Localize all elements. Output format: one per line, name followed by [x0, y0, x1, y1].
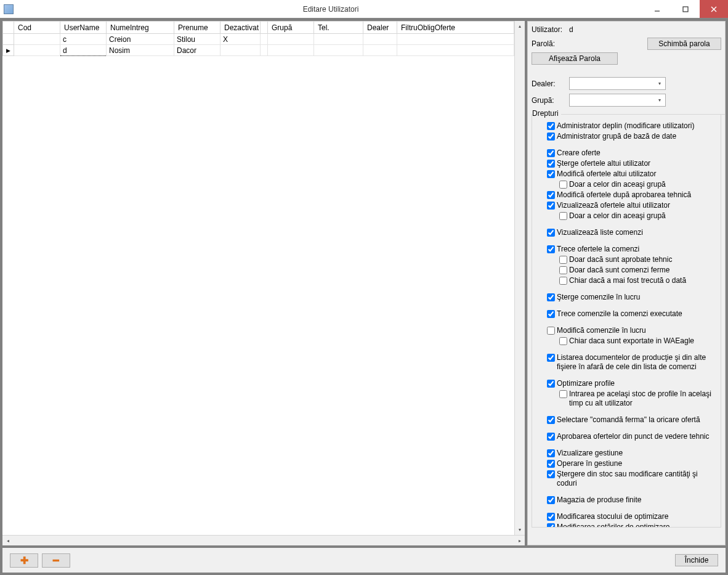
table-cell[interactable] — [363, 45, 397, 56]
permission-checkbox[interactable]: Şterge comenzile în lucru — [547, 293, 718, 302]
table-cell[interactable] — [314, 34, 363, 45]
table-cell[interactable] — [268, 34, 314, 45]
column-header[interactable]: Grupă — [268, 22, 314, 34]
permission-checkbox[interactable]: Administrator deplin (modificare utiliza… — [547, 121, 718, 131]
checkbox-input[interactable] — [547, 416, 555, 424]
checkbox-input[interactable] — [547, 496, 555, 504]
table-cell[interactable] — [268, 45, 314, 56]
permission-checkbox[interactable]: Aprobarea ofertelor din punct de vedere … — [547, 432, 718, 441]
table-cell[interactable]: X — [220, 34, 261, 45]
permission-checkbox[interactable]: Intrarea pe acelaşi stoc de profile în a… — [559, 389, 718, 408]
permission-checkbox[interactable]: Modificarea stocului de optimizare — [547, 512, 718, 521]
checkbox-input[interactable] — [547, 293, 555, 301]
table-cell[interactable] — [397, 45, 514, 56]
permission-checkbox[interactable]: Trece ofertele la comenzi — [547, 245, 718, 254]
checkbox-input[interactable] — [559, 256, 567, 264]
permission-checkbox[interactable]: Chiar daca sunt exportate in WAEagle — [559, 336, 718, 346]
minimize-button[interactable] — [643, 0, 671, 18]
table-row[interactable]: ▶dNosimDacor — [3, 45, 514, 56]
checkbox-input[interactable] — [559, 390, 567, 398]
table-cell[interactable]: Nosim — [107, 45, 174, 56]
permission-checkbox[interactable]: Selectare "comandă ferma" la oricare ofe… — [547, 415, 718, 425]
checkbox-input[interactable] — [547, 460, 555, 468]
table-cell[interactable]: Creion — [107, 34, 174, 45]
checkbox-input[interactable] — [547, 310, 555, 318]
checkbox-input[interactable] — [547, 170, 555, 178]
show-password-button[interactable]: Afişează Parola — [532, 52, 618, 65]
checkbox-input[interactable] — [547, 523, 555, 527]
dealer-combo[interactable]: ▾ — [569, 77, 666, 90]
permission-checkbox[interactable]: Ştergere din stoc sau modificare cantită… — [547, 470, 718, 488]
table-cell[interactable] — [14, 45, 60, 56]
permission-checkbox[interactable]: Şterge ofertele altui utilizator — [547, 159, 718, 168]
table-cell[interactable] — [14, 34, 60, 45]
permission-checkbox[interactable]: Doar dacă sunt comenzi ferme — [559, 266, 718, 275]
column-header[interactable]: Cod — [14, 22, 60, 34]
permission-checkbox[interactable]: Doar a celor din aceaşi grupă — [559, 180, 718, 189]
checkbox-input[interactable] — [547, 380, 555, 388]
checkbox-input[interactable] — [559, 181, 567, 189]
permission-checkbox[interactable]: Listarea documentelor de producţie şi di… — [547, 353, 718, 372]
permission-checkbox[interactable]: Vizualizează liste comenzi — [547, 228, 718, 237]
table-cell[interactable] — [397, 34, 514, 45]
checkbox-input[interactable] — [547, 133, 555, 141]
column-header[interactable]: Tel. — [314, 22, 363, 34]
checkbox-input[interactable] — [547, 160, 555, 168]
scroll-up-icon[interactable]: ▴ — [515, 21, 525, 31]
checkbox-input[interactable] — [547, 433, 555, 441]
permission-checkbox[interactable]: Doar a celor din aceaşi grupă — [559, 211, 718, 221]
checkbox-input[interactable] — [559, 337, 567, 345]
permission-checkbox[interactable]: Vizualizare gestiune — [547, 449, 718, 458]
table-cell[interactable] — [314, 45, 363, 56]
permission-checkbox[interactable]: Modifică ofertele după aprobarea tehnică — [547, 190, 718, 200]
scroll-right-icon[interactable]: ▸ — [514, 536, 525, 545]
checkbox-input[interactable] — [547, 449, 555, 457]
checkbox-input[interactable] — [547, 354, 555, 362]
permission-checkbox[interactable]: Modifică comenzile în lucru — [547, 326, 718, 335]
permission-checkbox[interactable]: Administrator grupă de bază de date — [547, 132, 718, 141]
column-header[interactable]: Prenume — [174, 22, 220, 34]
column-header[interactable]: Dezactivat — [220, 22, 261, 34]
maximize-button[interactable] — [671, 0, 700, 18]
permission-checkbox[interactable]: Modifică ofertele altui utilizator — [547, 169, 718, 179]
change-password-button[interactable]: Schimbă parola — [647, 38, 721, 50]
close-button[interactable] — [700, 0, 728, 18]
column-header[interactable]: UserName — [60, 22, 107, 34]
table-cell[interactable]: Dacor — [174, 45, 220, 56]
checkbox-input[interactable] — [559, 266, 567, 274]
table-cell[interactable] — [220, 45, 261, 56]
scroll-left-icon[interactable]: ◂ — [2, 536, 13, 545]
users-grid[interactable]: CodUserNameNumeIntregPrenumeDezactivatGr… — [2, 21, 514, 56]
checkbox-input[interactable] — [547, 229, 555, 237]
table-cell[interactable] — [363, 34, 397, 45]
table-row[interactable]: cCreionStilouX — [3, 34, 514, 45]
permission-checkbox[interactable]: Chiar dacă a mai fost trecută o dată — [559, 276, 718, 285]
permission-checkbox[interactable]: Trece comenzile la comenzi executate — [547, 309, 718, 319]
checkbox-input[interactable] — [547, 122, 555, 130]
permission-checkbox[interactable]: Vizualizează ofertele altui utilizator — [547, 201, 718, 210]
table-cell[interactable]: d — [60, 45, 107, 56]
permission-checkbox[interactable]: Creare oferte — [547, 149, 718, 158]
checkbox-input[interactable] — [547, 470, 555, 478]
add-button[interactable]: ✚ — [10, 553, 38, 568]
permission-checkbox[interactable]: Doar dacă sunt aprobate tehnic — [559, 255, 718, 264]
grid-hscroll[interactable]: ◂ ▸ — [2, 535, 525, 545]
checkbox-input[interactable] — [547, 191, 555, 199]
checkbox-input[interactable] — [559, 212, 567, 220]
grid-vscroll[interactable]: ▴ ▾ — [514, 21, 525, 535]
table-cell[interactable]: c — [60, 34, 107, 45]
checkbox-input[interactable] — [547, 513, 555, 521]
column-header[interactable]: NumeIntreg — [107, 22, 174, 34]
permission-checkbox[interactable]: Magazia de produse finite — [547, 495, 718, 505]
scroll-down-icon[interactable]: ▾ — [515, 524, 525, 535]
column-header[interactable]: Dealer — [363, 22, 397, 34]
checkbox-input[interactable] — [547, 202, 555, 210]
checkbox-input[interactable] — [547, 245, 555, 253]
group-combo[interactable]: ▾ — [569, 94, 666, 107]
checkbox-input[interactable] — [547, 327, 555, 335]
column-header[interactable]: FiltruObligOferte — [397, 22, 514, 34]
permission-checkbox[interactable]: Operare în gestiune — [547, 459, 718, 468]
permission-checkbox[interactable]: Modificarea setărilor de optimizare — [547, 523, 718, 527]
checkbox-input[interactable] — [559, 277, 567, 285]
close-form-button[interactable]: Închide — [675, 554, 718, 566]
